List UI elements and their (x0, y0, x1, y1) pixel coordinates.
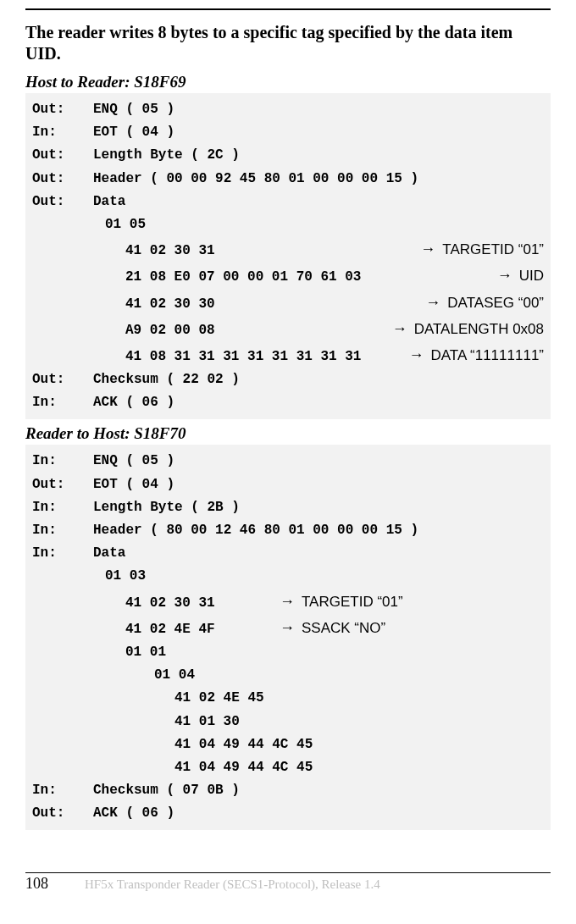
code-row: In: Data (32, 542, 544, 565)
code-row: 01 01 (32, 641, 544, 664)
row-text: Checksum ( 22 02 ) (93, 368, 544, 391)
code-row: Out: Header ( 00 00 92 45 80 01 00 00 00… (32, 168, 544, 191)
section-heading-1: Host to Reader: S18F69 (25, 73, 551, 91)
code-row: In: Length Byte ( 2B ) (32, 496, 544, 519)
row-label: Out: (32, 473, 93, 496)
row-text: Length Byte ( 2B ) (93, 496, 544, 519)
section-heading-2: Reader to Host: S18F70 (25, 424, 551, 443)
row-text: 01 04 (93, 664, 544, 687)
row-label: Out: (32, 98, 93, 121)
row-note: SSACK “NO” (302, 617, 385, 641)
row-text: 41 02 4E 45 (93, 687, 544, 710)
code-row: Out: ENQ ( 05 ) (32, 98, 544, 121)
arrow-right-icon: → (420, 236, 442, 263)
code-row-annotated: 41 02 30 31 → TARGETID “01” (32, 589, 544, 615)
row-text: 41 01 30 (93, 711, 544, 733)
code-row: Out: EOT ( 04 ) (32, 473, 544, 496)
row-note: TARGETID “01” (442, 238, 544, 263)
row-hex: 41 02 4E 4F (93, 618, 280, 641)
code-row: In: ACK ( 06 ) (32, 391, 544, 414)
row-label: Out: (32, 191, 93, 213)
row-text: Header ( 80 00 12 46 80 01 00 00 00 15 ) (93, 519, 544, 542)
code-row: 41 01 30 (32, 711, 544, 733)
row-hex: 41 02 30 31 (93, 592, 280, 615)
page-footer: 108 HF5x Transponder Reader (SECS1-Proto… (25, 872, 551, 893)
page: The reader writes 8 bytes to a specific … (0, 0, 576, 893)
row-text: ACK ( 06 ) (93, 391, 544, 414)
arrow-right-icon: → (280, 615, 302, 641)
code-block-1: Out: ENQ ( 05 ) In: EOT ( 04 ) Out: Leng… (25, 93, 551, 419)
row-label: In: (32, 542, 93, 565)
row-note: UID (519, 264, 544, 289)
row-text: 01 03 (93, 565, 544, 588)
arrow-right-icon: → (280, 589, 302, 615)
code-row: 41 04 49 44 4C 45 (32, 733, 544, 756)
row-text: 41 04 49 44 4C 45 (93, 756, 544, 779)
code-row: In: Header ( 80 00 12 46 80 01 00 00 00 … (32, 519, 544, 542)
top-rule (25, 8, 551, 10)
code-row: Out: Length Byte ( 2C ) (32, 144, 544, 167)
row-text: ENQ ( 05 ) (93, 450, 544, 473)
code-row-annotated: 41 08 31 31 31 31 31 31 31 31 → DATA “11… (32, 342, 544, 368)
row-label: Out: (32, 168, 93, 191)
row-label: In: (32, 779, 93, 802)
footer-text: HF5x Transponder Reader (SECS1-Protocol)… (85, 877, 380, 892)
code-row-annotated: 41 02 30 31 → TARGETID “01” (32, 236, 544, 263)
code-row: 01 05 (32, 213, 544, 236)
arrow-right-icon: → (497, 263, 519, 289)
row-text: Data (93, 542, 544, 565)
row-note: DATALENGTH 0x08 (414, 318, 544, 342)
code-block-2: In: ENQ ( 05 ) Out: EOT ( 04 ) In: Lengt… (25, 445, 551, 830)
row-text: ACK ( 06 ) (93, 802, 544, 825)
row-note: DATASEG “00” (447, 291, 544, 316)
page-number: 108 (25, 875, 85, 893)
arrow-right-icon: → (408, 342, 430, 368)
code-row: 41 02 4E 45 (32, 687, 544, 710)
arrow-right-icon: → (425, 290, 447, 316)
row-text: 01 01 (93, 641, 544, 664)
row-text: Checksum ( 07 0B ) (93, 779, 544, 802)
row-note: DATA “11111111” (430, 344, 544, 368)
arrow-right-icon: → (392, 316, 414, 342)
row-label: Out: (32, 144, 93, 167)
row-text: ENQ ( 05 ) (93, 98, 544, 121)
code-row-annotated: 41 02 4E 4F → SSACK “NO” (32, 615, 544, 641)
row-text: Header ( 00 00 92 45 80 01 00 00 00 15 ) (93, 168, 544, 191)
row-text: Data (93, 191, 544, 213)
row-text: Length Byte ( 2C ) (93, 144, 544, 167)
code-row: Out: Checksum ( 22 02 ) (32, 368, 544, 391)
code-row: 41 04 49 44 4C 45 (32, 756, 544, 779)
row-label: Out: (32, 368, 93, 391)
row-hex: 41 08 31 31 31 31 31 31 31 31 (93, 346, 361, 368)
row-note: TARGETID “01” (302, 590, 403, 615)
row-text: EOT ( 04 ) (93, 121, 544, 144)
row-label: In: (32, 519, 93, 542)
row-hex: 41 02 30 31 (93, 240, 215, 263)
row-text: 01 05 (93, 213, 544, 236)
row-label: In: (32, 450, 93, 473)
code-row-annotated: 41 02 30 30 → DATASEG “00” (32, 290, 544, 316)
code-row: In: Checksum ( 07 0B ) (32, 779, 544, 802)
row-label: Out: (32, 802, 93, 825)
code-row: In: EOT ( 04 ) (32, 121, 544, 144)
row-hex: 21 08 E0 07 00 00 01 70 61 03 (93, 266, 361, 289)
page-title: The reader writes 8 bytes to a specific … (25, 22, 551, 64)
row-hex: A9 02 00 08 (93, 319, 215, 342)
row-hex: 41 02 30 30 (93, 293, 215, 316)
row-text: EOT ( 04 ) (93, 473, 544, 496)
code-row: Out: ACK ( 06 ) (32, 802, 544, 825)
code-row: 01 04 (32, 664, 544, 687)
code-row: In: ENQ ( 05 ) (32, 450, 544, 473)
code-row-annotated: 21 08 E0 07 00 00 01 70 61 03 → UID (32, 263, 544, 289)
row-label: In: (32, 391, 93, 414)
code-row: 01 03 (32, 565, 544, 588)
row-label: In: (32, 496, 93, 519)
row-text: 41 04 49 44 4C 45 (93, 733, 544, 756)
code-row-annotated: A9 02 00 08 → DATALENGTH 0x08 (32, 316, 544, 342)
code-row: Out: Data (32, 191, 544, 213)
row-label: In: (32, 121, 93, 144)
